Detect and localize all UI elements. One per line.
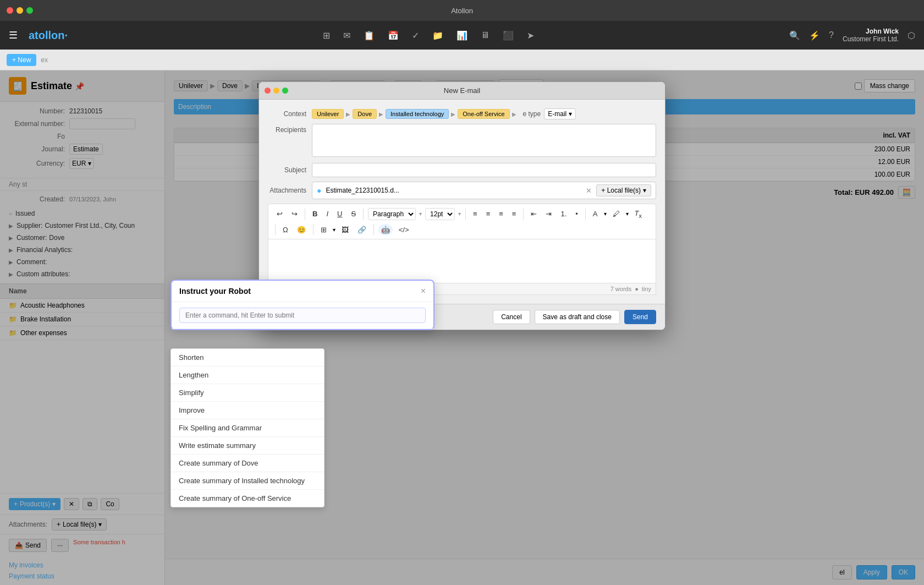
new-button[interactable]: + New: [7, 54, 36, 66]
indent-left-button[interactable]: ⇤: [528, 208, 540, 220]
font-size-select[interactable]: 12pt: [425, 208, 455, 220]
window-title: Atollon: [451, 7, 473, 15]
ordered-list-button[interactable]: 1.: [558, 208, 569, 220]
tiny-label: tiny: [642, 286, 651, 292]
attachment-file-icon: ●: [317, 186, 321, 195]
modal-close-dot[interactable]: [265, 88, 271, 94]
justify-button[interactable]: ≡: [509, 208, 519, 220]
table-button[interactable]: ⊞: [318, 224, 329, 236]
user-info: John Wick Customer First Ltd.: [843, 28, 899, 43]
second-nav-bar: + New ex: [0, 50, 924, 70]
chevron-down-icon-4: ▾: [626, 211, 629, 217]
nav-icon-check[interactable]: ✓: [412, 30, 419, 41]
attachments-row-email: Attachments ● Estimate_212310015.d... ✕ …: [268, 182, 656, 199]
ctx-chip-unilever[interactable]: Unilever: [312, 109, 344, 119]
link-button[interactable]: 🔗: [355, 224, 369, 236]
nav-icon-task[interactable]: 📋: [364, 30, 375, 41]
tiny-icon: ●: [635, 286, 639, 292]
save-draft-button[interactable]: Save as draft and close: [535, 310, 620, 324]
dropdown-item-dove-summary[interactable]: Create summary of Dove: [171, 455, 324, 472]
maximize-dot[interactable]: [26, 7, 33, 14]
close-dot[interactable]: [7, 7, 13, 14]
robot-button[interactable]: 🤖: [378, 224, 393, 236]
emoji-button[interactable]: 😊: [294, 224, 309, 236]
dropdown-item-lengthen[interactable]: Lengthen: [171, 367, 324, 384]
modal-overlay: New E-mail Context Unilever ▶ Dove: [0, 70, 924, 585]
ctx-chip-installed[interactable]: Installed technology: [386, 109, 449, 119]
unordered-list-button[interactable]: •: [573, 208, 581, 220]
logout-icon[interactable]: ⬡: [908, 30, 915, 41]
hamburger-menu[interactable]: ☰: [9, 29, 18, 41]
mac-title-bar: Atollon: [0, 0, 924, 21]
recipients-textarea[interactable]: [312, 124, 656, 157]
modal-window-controls: [265, 88, 288, 94]
help-icon[interactable]: ?: [829, 30, 834, 40]
font-color-button[interactable]: A: [590, 208, 601, 220]
robot-command-input[interactable]: [179, 308, 426, 323]
subject-row: Subject: [268, 163, 656, 177]
paragraph-select[interactable]: Paragraph: [368, 208, 416, 220]
nav-icon-home[interactable]: ⊞: [323, 30, 330, 41]
italic-button[interactable]: I: [323, 208, 331, 220]
nav-icon-folder[interactable]: 📁: [432, 30, 443, 41]
undo-button[interactable]: ↩: [274, 208, 285, 220]
ctx-chip-oneoff[interactable]: One-off Service: [458, 109, 509, 119]
dropdown-item-shorten[interactable]: Shorten: [171, 349, 324, 367]
flash-icon[interactable]: ⚡: [809, 30, 820, 41]
chevron-down-icon: ▾: [643, 187, 646, 194]
attachments-label-email: Attachments: [268, 187, 312, 194]
minimize-dot[interactable]: [16, 7, 23, 14]
nav-icon-monitor[interactable]: 🖥: [481, 30, 490, 41]
modal-maximize-dot[interactable]: [282, 88, 288, 94]
image-button[interactable]: 🖼: [339, 224, 351, 236]
highlight-button[interactable]: 🖊: [610, 208, 623, 220]
nav-icons: ⊞ ✉ 📋 📅 ✓ 📁 📊 🖥 ⬛ ➤: [79, 30, 778, 41]
send-email-button[interactable]: Send: [624, 310, 656, 324]
dropdown-item-estimate-summary[interactable]: Write estimate summary: [171, 437, 324, 455]
modal-title: New E-mail: [444, 86, 480, 95]
ctx-chip-dove[interactable]: Dove: [353, 109, 377, 119]
attachment-bar: ● Estimate_212310015.d... ✕ + Local file…: [312, 182, 656, 199]
nav-icon-chart[interactable]: 📊: [457, 30, 468, 41]
type-dropdown[interactable]: E-mail ▾: [544, 108, 576, 119]
subject-field[interactable]: [312, 163, 656, 177]
nav-icon-box[interactable]: ⬛: [503, 30, 514, 41]
dropdown-item-oneoff-summary[interactable]: Create summary of One-off Service: [171, 490, 324, 507]
subject-input[interactable]: [312, 163, 656, 177]
editor-area[interactable]: [268, 239, 656, 283]
dropdown-item-simplify[interactable]: Simplify: [171, 384, 324, 402]
app-logo: atollon·: [29, 29, 68, 42]
mac-window-controls: [7, 7, 33, 14]
bold-button[interactable]: B: [310, 208, 320, 220]
align-center-button[interactable]: ≡: [483, 208, 493, 220]
local-file-button[interactable]: + Local file(s) ▾: [596, 184, 651, 196]
nav-icon-calendar[interactable]: 📅: [388, 30, 399, 41]
underline-button[interactable]: U: [334, 208, 345, 220]
modal-minimize-dot[interactable]: [273, 88, 279, 94]
align-right-button[interactable]: ≡: [496, 208, 506, 220]
dropdown-item-improve[interactable]: Improve: [171, 402, 324, 419]
toolbar-sep-8: [373, 224, 374, 235]
clear-format-button[interactable]: Tx: [632, 207, 645, 221]
dropdown-item-fix-spelling[interactable]: Fix Spelling and Grammar: [171, 419, 324, 437]
search-icon[interactable]: 🔍: [789, 30, 800, 41]
code-button[interactable]: </>: [396, 224, 412, 236]
cancel-modal-button[interactable]: Cancel: [493, 310, 530, 324]
toolbar-sep-5: [585, 209, 586, 220]
robot-dialog: Instruct your Robot ×: [170, 280, 435, 330]
redo-button[interactable]: ↪: [289, 208, 300, 220]
attachment-filename: Estimate_212310015.d...: [326, 187, 581, 194]
special-char-button[interactable]: Ω: [280, 224, 291, 236]
indent-right-button[interactable]: ⇥: [543, 208, 554, 220]
attachment-remove-button[interactable]: ✕: [586, 187, 592, 195]
toolbar-sep-2: [363, 209, 364, 220]
recipients-field[interactable]: [312, 124, 656, 158]
context-field: Unilever ▶ Dove ▶ Installed technology ▶: [312, 108, 656, 119]
nav-icon-mail[interactable]: ✉: [343, 30, 350, 41]
dropdown-item-installed-tech-summary[interactable]: Create summary of Installed technology: [171, 472, 324, 490]
type-label: e type: [523, 110, 541, 118]
nav-icon-send[interactable]: ➤: [527, 30, 534, 41]
robot-close-button[interactable]: ×: [421, 286, 426, 296]
align-left-button[interactable]: ≡: [470, 208, 480, 220]
strikethrough-button[interactable]: S: [348, 208, 359, 220]
